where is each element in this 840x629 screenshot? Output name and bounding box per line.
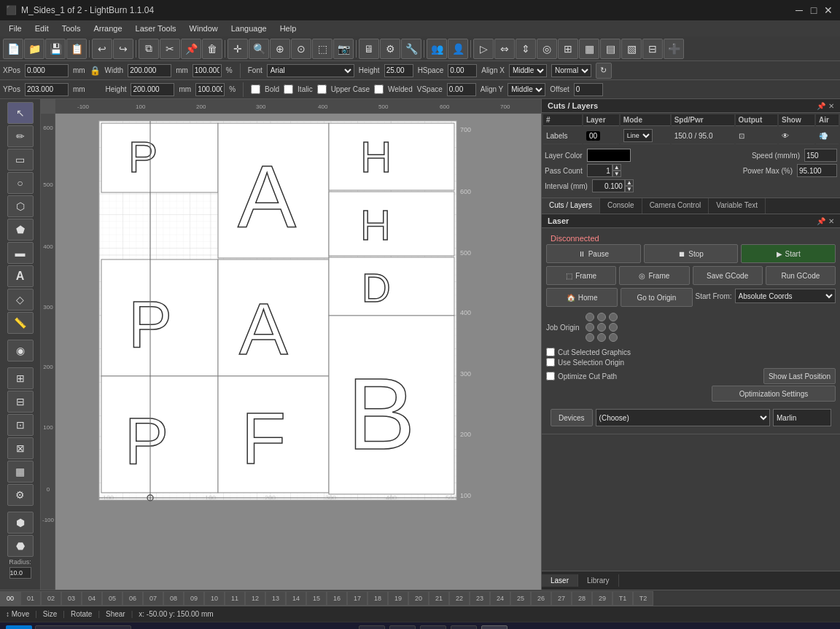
zoom-sel-button[interactable]: ⊙	[291, 39, 311, 59]
show-toggle[interactable]: 👁	[782, 132, 789, 140]
layer-04[interactable]: 04	[82, 591, 102, 606]
cuts-expand-button[interactable]: ✕	[828, 102, 834, 110]
zoom-fit-button[interactable]: ⊕	[270, 39, 290, 59]
ring-tool[interactable]: ◉	[7, 340, 34, 362]
tab-library[interactable]: Library	[578, 574, 619, 587]
home-button[interactable]: 🏠 Home	[546, 288, 618, 307]
layer-02[interactable]: 02	[41, 591, 61, 606]
xpos-input[interactable]	[25, 64, 69, 77]
height-input[interactable]	[131, 83, 174, 96]
refresh-button[interactable]: ↻	[596, 63, 612, 79]
cut-selected-check[interactable]	[546, 348, 555, 356]
use-selection-check[interactable]	[546, 358, 555, 367]
pass-count-input[interactable]	[587, 164, 612, 177]
paste-button[interactable]: 📌	[181, 39, 201, 59]
search-bar[interactable]: 🔍 Type here to search	[35, 625, 131, 630]
layer-09[interactable]: 09	[184, 591, 204, 606]
layer-06[interactable]: 06	[122, 591, 143, 606]
layer-05[interactable]: 05	[102, 591, 122, 606]
radial-tool[interactable]: ⚙	[7, 484, 34, 506]
group2-button[interactable]: ▤	[600, 39, 621, 59]
tools2-button[interactable]: 🔧	[401, 39, 421, 59]
width-input[interactable]	[128, 64, 171, 77]
undo-button[interactable]: ↩	[92, 39, 112, 59]
camera-button[interactable]: 📷	[333, 39, 354, 59]
layer-28[interactable]: 28	[572, 591, 592, 606]
vspace-input[interactable]	[447, 83, 476, 96]
curve-tool[interactable]: ⬣	[7, 535, 34, 557]
start-menu-button[interactable]: ⊞	[6, 625, 32, 630]
radius-input[interactable]	[9, 567, 31, 579]
grid2-tool[interactable]: ▦	[7, 461, 34, 483]
show-last-position-button[interactable]: Show Last Position	[763, 368, 836, 384]
layer-13[interactable]: 13	[265, 591, 286, 606]
polygon-tool[interactable]: ⬡	[7, 195, 34, 217]
output-toggle[interactable]: ⊡	[739, 132, 744, 140]
layer-20[interactable]: 20	[408, 591, 429, 606]
zoom-in-button[interactable]: 🔍	[249, 39, 269, 59]
pass-count-up[interactable]: ▲	[612, 164, 621, 171]
save-as-button[interactable]: 📋	[66, 39, 87, 59]
monitor-button[interactable]: 🖥	[359, 39, 379, 59]
origin-tc[interactable]	[597, 313, 606, 321]
layer-25[interactable]: 25	[510, 591, 531, 606]
start-button[interactable]: ▶ Start	[741, 244, 836, 263]
play-button[interactable]: ▷	[473, 39, 494, 59]
layer-10[interactable]: 10	[204, 591, 225, 606]
mode-select[interactable]: Line	[623, 129, 653, 142]
grid-button[interactable]: ⊟	[642, 39, 663, 59]
layer-22[interactable]: 22	[449, 591, 470, 606]
target-button[interactable]: ◎	[537, 39, 557, 59]
layer-23[interactable]: 23	[470, 591, 490, 606]
group-button[interactable]: ▦	[579, 39, 599, 59]
subtract-tool[interactable]: ⊠	[7, 437, 34, 459]
layer-t2[interactable]: T2	[633, 591, 653, 606]
close-button[interactable]: ✕	[822, 4, 834, 16]
redo-button[interactable]: ↪	[113, 39, 133, 59]
align-y-select[interactable]: Middle	[508, 83, 545, 96]
frame2-button[interactable]: ◎ Frame	[619, 266, 689, 285]
layer-29[interactable]: 29	[592, 591, 612, 606]
tab-cuts-layers[interactable]: Cuts / Layers	[542, 198, 600, 214]
layer-15[interactable]: 15	[306, 591, 327, 606]
speed-input[interactable]	[804, 149, 837, 162]
cuts-pin-button[interactable]: 📌	[817, 102, 825, 110]
menu-language[interactable]: Language	[225, 23, 273, 34]
optimize-cut-check[interactable]	[546, 372, 555, 380]
measure-tool[interactable]: 📏	[7, 312, 34, 334]
optimization-settings-button[interactable]: Optimization Settings	[712, 386, 836, 402]
circle-tool[interactable]: ○	[7, 172, 34, 194]
taskbar-file-explorer[interactable]: 📁	[359, 625, 385, 630]
origin-mr[interactable]	[609, 323, 618, 332]
menu-help[interactable]: Help	[274, 23, 303, 34]
open-button[interactable]: 📁	[24, 39, 44, 59]
origin-br[interactable]	[609, 333, 618, 342]
go-to-origin-button[interactable]: Go to Origin	[621, 288, 692, 307]
tab-camera[interactable]: Camera Control	[642, 198, 709, 214]
draw-tool[interactable]: ✏	[7, 125, 34, 147]
user-button[interactable]: 👤	[448, 39, 468, 59]
tab-console[interactable]: Console	[600, 198, 642, 214]
power-max-input[interactable]	[797, 164, 837, 177]
mirror-h-button[interactable]: ⇔	[494, 39, 515, 59]
align-button[interactable]: ▧	[621, 39, 642, 59]
pause-button[interactable]: ⏸ Pause	[546, 244, 641, 263]
hspace-input[interactable]	[448, 64, 477, 77]
menu-laser-tools[interactable]: Laser Tools	[130, 23, 182, 34]
layer-03[interactable]: 03	[61, 591, 82, 606]
bold-check[interactable]	[251, 85, 260, 94]
taskbar-store[interactable]: 🛍	[451, 625, 477, 630]
delete-button[interactable]: 🗑	[202, 39, 222, 59]
origin-bc[interactable]	[597, 333, 606, 342]
poly2-tool[interactable]: ⬟	[7, 219, 34, 241]
menu-window[interactable]: Window	[184, 23, 224, 34]
design-canvas[interactable]: -100 0 100 200 300 400 500 700 600 500 4…	[55, 114, 541, 590]
layer-11[interactable]: 11	[225, 591, 245, 606]
air-toggle[interactable]: 💨	[819, 132, 828, 140]
origin-tl[interactable]	[586, 313, 594, 321]
minimize-button[interactable]: ─	[793, 4, 805, 16]
tab-laser[interactable]: Laser	[542, 574, 578, 587]
arrange2-button[interactable]: ⊞	[558, 39, 578, 59]
device-choose-select[interactable]: (Choose)	[596, 409, 770, 426]
align-x-select[interactable]: Middle	[509, 64, 547, 77]
